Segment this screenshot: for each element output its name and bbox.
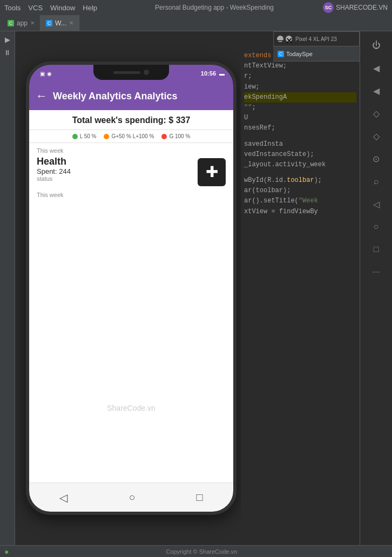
code-line-6: ""; bbox=[244, 103, 356, 113]
code-line-8: nsesRef; bbox=[244, 123, 356, 133]
category-spent: Spent: 244 bbox=[37, 167, 71, 175]
emulator-window-controls: ─ ✕ bbox=[277, 36, 292, 42]
category-name: Health bbox=[37, 156, 71, 167]
emulator-tab-icon: C bbox=[278, 51, 284, 57]
spending-header: Total week's spending: $ 337 bbox=[29, 110, 233, 130]
statusbar-indicator: ● bbox=[4, 547, 9, 556]
emulator-title-text: Pixel 4 XL API 23 bbox=[295, 36, 337, 42]
code-line-7: U bbox=[244, 113, 356, 123]
legend-item-orange: G+50 % L+100 % bbox=[104, 133, 154, 139]
emulator-square-btn[interactable]: □ bbox=[367, 240, 386, 259]
nav-back-btn[interactable]: ◁ bbox=[59, 491, 67, 504]
sharecode-icon: SC bbox=[323, 2, 334, 13]
legend-label-green: L 50 % bbox=[80, 133, 97, 139]
legend-label-orange: G+50 % L+100 % bbox=[111, 133, 154, 139]
back-arrow-btn[interactable]: ← bbox=[36, 89, 48, 103]
battery-icon: ▬ bbox=[219, 71, 225, 77]
emulator-close-btn[interactable]: ✕ bbox=[286, 36, 292, 42]
week-label-1: This week bbox=[37, 147, 226, 154]
app-toolbar-title: Weekly Analytics Analytics bbox=[53, 91, 177, 102]
tab-app[interactable]: C app ✕ bbox=[2, 15, 40, 31]
wifi-icon: ◉ bbox=[47, 71, 52, 77]
category-info: Health Spent: 244 status bbox=[37, 156, 71, 182]
code-line-13: ar(toolbar); bbox=[244, 186, 356, 196]
code-line-4: iew; bbox=[244, 82, 356, 92]
sharecode-label: SHARECODE.VN bbox=[336, 4, 388, 11]
ide-title: Personal Budgeting app - WeekSpending bbox=[113, 4, 315, 11]
emulator-eraser-btn[interactable]: ◇ bbox=[367, 126, 386, 146]
ide-statusbar: ● Copyright © ShareCode.vn bbox=[0, 545, 392, 557]
emulator-tab-label: TodaySpe bbox=[286, 51, 313, 57]
add-category-btn[interactable]: ✚ bbox=[198, 158, 226, 186]
tab-app-icon: C bbox=[8, 20, 14, 26]
status-green-dot: ● bbox=[4, 547, 9, 556]
emulator-back-btn[interactable]: ◁ bbox=[367, 194, 386, 214]
sharecode-logo: SC SHARECODE.VN bbox=[323, 2, 388, 13]
copyright-text: Copyright © ShareCode.vn bbox=[15, 548, 388, 555]
menu-window[interactable]: Window bbox=[50, 4, 75, 12]
code-line-11: _layout.activity_week bbox=[244, 160, 356, 170]
menu-help[interactable]: Help bbox=[83, 4, 97, 12]
toolbar-run-btn[interactable]: ▶ bbox=[2, 33, 13, 45]
emulator-camera-btn[interactable]: ⊙ bbox=[367, 149, 386, 168]
emulator-titlebar: ─ ✕ Pixel 4 XL API 23 bbox=[273, 31, 360, 46]
code-line-5: ekSpendingA bbox=[244, 92, 356, 103]
tab-w[interactable]: C W... ✕ bbox=[40, 15, 79, 31]
menu-tools[interactable]: Tools bbox=[4, 4, 21, 12]
add-icon: ✚ bbox=[206, 165, 218, 180]
code-line-10: vedInstanceState); bbox=[244, 150, 356, 160]
legend-item-red: G 100 % bbox=[161, 133, 190, 139]
legend-label-red: G 100 % bbox=[169, 133, 190, 139]
signal-icon: ▣ bbox=[40, 71, 45, 77]
legend-dot-orange bbox=[104, 134, 109, 139]
category-section: This week Health Spent: 244 status ✚ Thi… bbox=[29, 143, 233, 202]
ide-menubar: Tools VCS Window Help Personal Budgeting… bbox=[0, 0, 392, 15]
emulator-controls-panel: ⏻ ◀ ◀ ◇ ◇ ⊙ ⌕ ◁ ○ □ ··· bbox=[360, 31, 392, 545]
tab-w-close[interactable]: ✕ bbox=[69, 20, 73, 26]
emulator-zoom-btn[interactable]: ⌕ bbox=[367, 172, 386, 191]
code-editor: extends App ntTextView; r; iew; ekSpendi… bbox=[241, 46, 360, 545]
category-status: status bbox=[37, 175, 71, 182]
code-line-9: savedInsta bbox=[244, 139, 356, 150]
legend-row: L 50 % G+50 % L+100 % G 100 % bbox=[29, 130, 233, 143]
category-row: Health Spent: 244 status ✚ bbox=[37, 156, 226, 186]
phone-navbar: ◁ ○ □ bbox=[29, 483, 233, 512]
emulator-vol-down-btn[interactable]: ◀ bbox=[367, 81, 386, 100]
nav-recent-btn[interactable]: □ bbox=[196, 491, 202, 504]
tab-w-icon: C bbox=[46, 20, 52, 26]
ide-tabbar: C app ✕ C W... ✕ bbox=[0, 15, 392, 31]
ide-toolbar-left: ▶ ⏸ bbox=[0, 31, 15, 545]
emulator-vol-up-btn[interactable]: ◀ bbox=[367, 58, 386, 78]
code-line-14: ar().setTitle("Week bbox=[244, 196, 356, 206]
toolbar-debug-btn[interactable]: ⏸ bbox=[2, 46, 13, 58]
legend-item-green: L 50 % bbox=[72, 133, 97, 139]
code-line-3: r; bbox=[244, 71, 356, 81]
notch-camera bbox=[144, 70, 149, 75]
status-time: 10:56 bbox=[201, 70, 216, 77]
status-icons-right: ▬ bbox=[219, 71, 225, 77]
tab-app-label: app bbox=[17, 19, 28, 27]
emulator-circle-btn[interactable]: ○ bbox=[367, 217, 386, 236]
menu-vcs[interactable]: VCS bbox=[28, 4, 43, 12]
week-label-2: This week bbox=[37, 192, 226, 198]
app-toolbar: ← Weekly Analytics Analytics bbox=[29, 82, 233, 110]
phone-notch bbox=[93, 65, 169, 80]
phone: ▣ ◉ 10:56 ▬ ← Weekly Analytics Analytics… bbox=[26, 62, 236, 515]
emulator-power-btn[interactable]: ⏻ bbox=[367, 36, 386, 55]
spending-total: Total week's spending: $ 337 bbox=[72, 116, 191, 125]
tab-app-close[interactable]: ✕ bbox=[30, 20, 35, 26]
legend-dot-red bbox=[161, 134, 167, 139]
code-line-2: ntTextView; bbox=[244, 61, 356, 71]
notch-speaker bbox=[113, 71, 140, 74]
emulator-minimize-btn[interactable]: ─ bbox=[277, 36, 283, 42]
phone-content: Total week's spending: $ 337 L 50 % G+50… bbox=[29, 110, 233, 483]
emulator-more-btn[interactable]: ··· bbox=[367, 262, 386, 282]
status-icons-left: ▣ ◉ bbox=[40, 71, 52, 77]
tab-w-label: W... bbox=[55, 19, 66, 27]
nav-home-btn[interactable]: ○ bbox=[129, 491, 135, 504]
code-line-15: xtView = findViewBy bbox=[244, 207, 356, 217]
legend-dot-green bbox=[72, 134, 78, 139]
emulator-rotate-btn[interactable]: ◇ bbox=[367, 104, 386, 123]
code-line-12: wById(R.id.toolbar); bbox=[244, 175, 356, 186]
phone-container: ▣ ◉ 10:56 ▬ ← Weekly Analytics Analytics… bbox=[15, 31, 247, 545]
